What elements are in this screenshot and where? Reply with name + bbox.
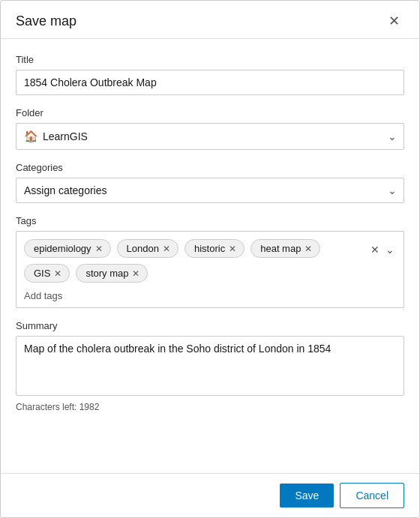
- tag-label: London: [127, 243, 159, 254]
- tag-item: London ✕: [117, 239, 178, 258]
- categories-field-group: Categories Assign categories ⌄: [16, 162, 404, 203]
- summary-field-group: Summary Characters left: 1982: [16, 320, 404, 412]
- tag-item: story map ✕: [76, 264, 148, 283]
- tag-remove-button[interactable]: ✕: [132, 269, 140, 278]
- tag-item: heat map ✕: [250, 239, 320, 258]
- tags-field-group: Tags epidemiology ✕London ✕historic ✕hea…: [16, 215, 404, 308]
- dialog-body: Title Folder 🏠 LearnGIS ⌄ Categories Ass…: [1, 39, 419, 473]
- categories-select-wrapper: Assign categories ⌄: [16, 178, 404, 203]
- categories-label: Categories: [16, 162, 404, 173]
- tag-label: historic: [194, 243, 225, 254]
- add-tags-label[interactable]: Add tags: [24, 289, 62, 303]
- tag-label: heat map: [260, 243, 301, 254]
- summary-textarea[interactable]: [16, 336, 404, 396]
- folder-select-wrapper[interactable]: 🏠 LearnGIS ⌄: [16, 123, 404, 150]
- folder-select-display[interactable]: 🏠 LearnGIS: [16, 123, 404, 150]
- title-field-group: Title: [16, 54, 404, 95]
- tags-row: epidemiology ✕London ✕historic ✕heat map…: [24, 239, 360, 283]
- folder-field-group: Folder 🏠 LearnGIS ⌄: [16, 107, 404, 150]
- folder-label: Folder: [16, 107, 404, 118]
- tags-expand-button[interactable]: ⌄: [384, 242, 396, 257]
- tag-item: epidemiology ✕: [24, 239, 111, 258]
- tags-container: epidemiology ✕London ✕historic ✕heat map…: [16, 231, 404, 308]
- tag-item: historic ✕: [184, 239, 244, 258]
- tag-remove-button[interactable]: ✕: [95, 244, 103, 253]
- save-button[interactable]: Save: [280, 484, 334, 508]
- tag-remove-button[interactable]: ✕: [304, 244, 312, 253]
- title-label: Title: [16, 54, 404, 65]
- categories-select[interactable]: Assign categories: [16, 178, 404, 203]
- tag-remove-button[interactable]: ✕: [163, 244, 170, 253]
- tags-controls: ✕ ⌄: [369, 239, 396, 257]
- tag-remove-button[interactable]: ✕: [229, 244, 236, 253]
- tag-label: epidemiology: [34, 243, 92, 254]
- tag-label: GIS: [34, 268, 50, 279]
- home-icon: 🏠: [24, 130, 38, 143]
- folder-value: LearnGIS: [43, 130, 88, 142]
- tag-item: GIS ✕: [24, 264, 70, 283]
- cancel-button[interactable]: Cancel: [340, 483, 404, 508]
- dialog-header: Save map ✕: [1, 1, 419, 39]
- char-count: Characters left: 1982: [16, 402, 404, 412]
- title-input[interactable]: [16, 70, 404, 95]
- tag-label: story map: [86, 268, 128, 279]
- close-button[interactable]: ✕: [384, 13, 404, 29]
- dialog-footer: Save Cancel: [1, 473, 419, 517]
- tags-label: Tags: [16, 215, 404, 226]
- dialog-title: Save map: [16, 13, 76, 29]
- tag-remove-button[interactable]: ✕: [54, 269, 62, 278]
- save-map-dialog: Save map ✕ Title Folder 🏠 LearnGIS ⌄ Cat…: [0, 0, 420, 518]
- tags-clear-button[interactable]: ✕: [369, 242, 381, 257]
- summary-label: Summary: [16, 320, 404, 331]
